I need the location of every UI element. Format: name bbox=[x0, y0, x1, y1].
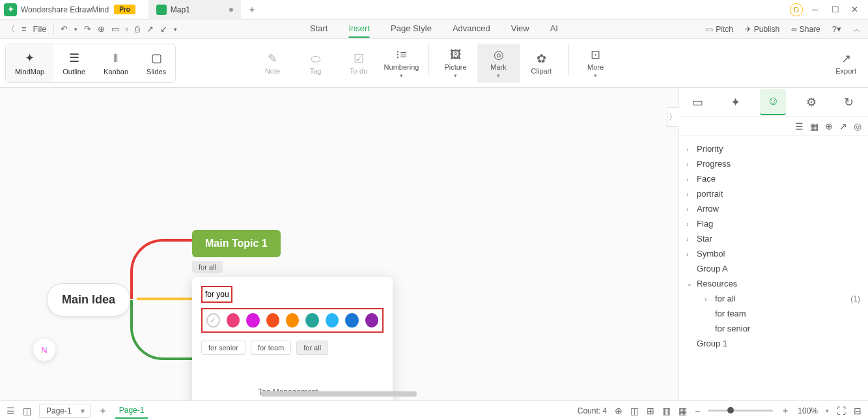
color-swatch[interactable] bbox=[286, 313, 299, 328]
new-icon[interactable]: ⊕ bbox=[98, 24, 105, 34]
share-button[interactable]: ∞ Share bbox=[791, 25, 820, 34]
menu-ai[interactable]: AI bbox=[550, 20, 558, 38]
tool-note[interactable]: ✎Note bbox=[251, 44, 294, 83]
view-kanban[interactable]: ⦀Kanban bbox=[94, 44, 137, 82]
tree-group[interactable]: Group A bbox=[679, 261, 868, 276]
tree-child[interactable]: for team bbox=[679, 306, 868, 321]
menu-insert[interactable]: Insert bbox=[349, 20, 371, 38]
split-icon[interactable]: ◫ bbox=[630, 406, 639, 416]
add-icon[interactable]: ⊕ bbox=[825, 121, 833, 132]
page-tab[interactable]: Page-1 bbox=[115, 403, 148, 419]
maximize-icon[interactable]: ☐ bbox=[832, 5, 842, 15]
tool-tag[interactable]: ⬭Tag bbox=[294, 44, 337, 83]
pitch-button[interactable]: ▭ Pitch bbox=[706, 25, 733, 34]
color-swatch[interactable] bbox=[227, 313, 240, 328]
menu-pagestyle[interactable]: Page Style bbox=[391, 20, 432, 38]
view-slides[interactable]: ▢Slides bbox=[137, 44, 175, 82]
more-dropdown-icon[interactable]: ▾ bbox=[174, 26, 177, 33]
side-tab-history[interactable]: ↻ bbox=[836, 89, 862, 115]
tree-item[interactable]: ›Symbol bbox=[679, 246, 868, 261]
undo-icon[interactable]: ↶ bbox=[61, 24, 68, 34]
side-tab-layout[interactable]: ▭ bbox=[684, 89, 710, 115]
side-tab-mark[interactable]: ☺ bbox=[760, 89, 786, 115]
fit-icon[interactable]: ⊟ bbox=[854, 406, 861, 416]
color-swatch[interactable] bbox=[326, 313, 339, 328]
root-node[interactable]: Main Idea bbox=[47, 283, 130, 316]
user-avatar[interactable]: D bbox=[790, 3, 803, 16]
tree-child[interactable]: for senior bbox=[679, 321, 868, 336]
tree-item[interactable]: ›Face bbox=[679, 171, 868, 186]
tool-picture[interactable]: 🖼Picture▾ bbox=[434, 44, 477, 83]
undo-dropdown-icon[interactable]: ▾ bbox=[74, 26, 77, 33]
zoom-level[interactable]: 100% bbox=[798, 406, 818, 415]
minimize-icon[interactable]: ─ bbox=[812, 5, 822, 15]
target-icon[interactable]: ◎ bbox=[854, 121, 861, 132]
side-tab-style[interactable]: ✦ bbox=[722, 89, 748, 115]
tree-item[interactable]: ›Arrow bbox=[679, 201, 868, 216]
color-none[interactable]: ✓ bbox=[206, 313, 220, 328]
canvas[interactable]: Main Idea Main Topic 1 for all ✓ for sen… bbox=[0, 88, 678, 400]
color-swatch[interactable] bbox=[305, 313, 318, 328]
panel-toggle-icon[interactable]: ◫ bbox=[23, 406, 31, 416]
open-icon[interactable]: ▭ bbox=[111, 24, 119, 34]
tool-todo[interactable]: ☑To-do bbox=[337, 44, 380, 83]
color-swatch[interactable] bbox=[365, 313, 378, 328]
side-tab-settings[interactable]: ⚙ bbox=[798, 89, 824, 115]
print-icon[interactable]: ⎙ bbox=[135, 24, 140, 34]
tag-chip[interactable]: for team bbox=[251, 341, 291, 355]
new-tab-button[interactable]: ＋ bbox=[247, 4, 257, 16]
collapse-panel-button[interactable]: 〉 bbox=[667, 107, 679, 127]
tag-chip[interactable]: for all bbox=[296, 341, 328, 355]
export-icon[interactable]: ↗ bbox=[147, 24, 154, 34]
color-swatch[interactable] bbox=[246, 313, 259, 328]
tool-numbering[interactable]: ⁝≡Numbering▾ bbox=[380, 44, 423, 83]
tree-item[interactable]: ›Flag bbox=[679, 216, 868, 231]
tag-name-input[interactable] bbox=[203, 287, 231, 301]
tree-child[interactable]: ›for all(1) bbox=[679, 291, 868, 306]
menu-advanced[interactable]: Advanced bbox=[453, 20, 490, 38]
preview-icon[interactable]: ▦ bbox=[679, 406, 687, 416]
back-icon[interactable]: 〈 bbox=[7, 23, 15, 35]
tree-item[interactable]: ›Star bbox=[679, 231, 868, 246]
layers-icon[interactable]: ▥ bbox=[662, 406, 671, 416]
import-icon[interactable]: ↙ bbox=[160, 24, 167, 34]
zoom-handle[interactable] bbox=[727, 407, 734, 413]
tree-item[interactable]: ›portrait bbox=[679, 186, 868, 201]
zoom-out-button[interactable]: − bbox=[695, 406, 700, 416]
tree-item[interactable]: ›Priority bbox=[679, 141, 868, 156]
view-outline[interactable]: ☰Outline bbox=[53, 44, 94, 82]
outline-toggle-icon[interactable]: ☰ bbox=[7, 406, 15, 416]
list-view-icon[interactable]: ☰ bbox=[795, 121, 804, 132]
topic-node[interactable]: Main Topic 1 bbox=[192, 230, 281, 257]
zoom-slider[interactable] bbox=[708, 410, 773, 412]
topic-tag-chip[interactable]: for all bbox=[192, 261, 223, 273]
tag-chip[interactable]: for senior bbox=[201, 341, 245, 355]
menu-view[interactable]: View bbox=[511, 20, 529, 38]
save-icon[interactable]: ▫ bbox=[126, 24, 129, 34]
globe-icon[interactable]: ⊕ bbox=[615, 406, 623, 416]
close-icon[interactable]: ✕ bbox=[851, 5, 861, 15]
publish-button[interactable]: ✈ Publish bbox=[745, 25, 779, 34]
tree-group[interactable]: Group 1 bbox=[679, 336, 868, 351]
help-icon[interactable]: ?▾ bbox=[832, 24, 841, 34]
ai-assistant-button[interactable]: N bbox=[33, 338, 56, 361]
zoom-in-button[interactable]: ＋ bbox=[781, 405, 790, 417]
view-mindmap[interactable]: ✦MindMap bbox=[6, 44, 53, 82]
tool-more[interactable]: ⊡More▾ bbox=[574, 44, 617, 83]
link-icon[interactable]: ↗ bbox=[839, 121, 847, 132]
grid-view-icon[interactable]: ▦ bbox=[810, 121, 819, 132]
tool-clipart[interactable]: ✿Clipart bbox=[520, 44, 563, 83]
color-swatch[interactable] bbox=[345, 313, 358, 328]
horizontal-scrollbar[interactable] bbox=[260, 391, 417, 397]
redo-icon[interactable]: ↷ bbox=[84, 24, 91, 34]
tool-mark[interactable]: ◎Mark▾ bbox=[477, 44, 520, 83]
document-tab[interactable]: Map1 bbox=[148, 0, 241, 20]
file-menu[interactable]: File bbox=[33, 24, 47, 34]
page-selector[interactable]: Page-1 bbox=[39, 404, 91, 418]
color-swatch[interactable] bbox=[266, 313, 279, 328]
tree-group[interactable]: ⌄Resources bbox=[679, 276, 868, 291]
add-page-button[interactable]: ＋ bbox=[98, 405, 107, 417]
tree-item[interactable]: ›Progress bbox=[679, 156, 868, 171]
collapse-ribbon-icon[interactable]: ︿ bbox=[853, 23, 861, 35]
grid-icon[interactable]: ⊞ bbox=[647, 406, 654, 416]
